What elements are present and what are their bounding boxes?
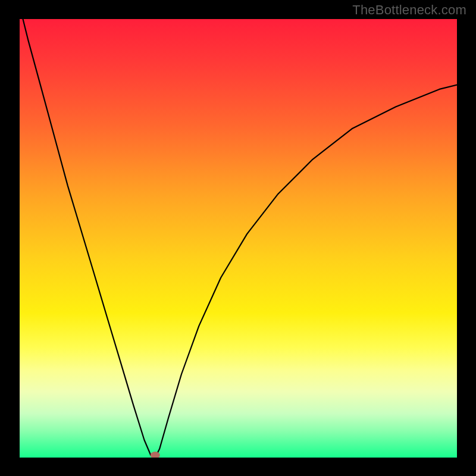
watermark-text: TheBottleneck.com [352, 2, 466, 18]
bottleneck-curve-svg [20, 19, 457, 458]
chart-frame: TheBottleneck.com [0, 0, 476, 476]
minimum-marker-dot [151, 452, 160, 458]
bottleneck-curve-path [20, 19, 457, 458]
